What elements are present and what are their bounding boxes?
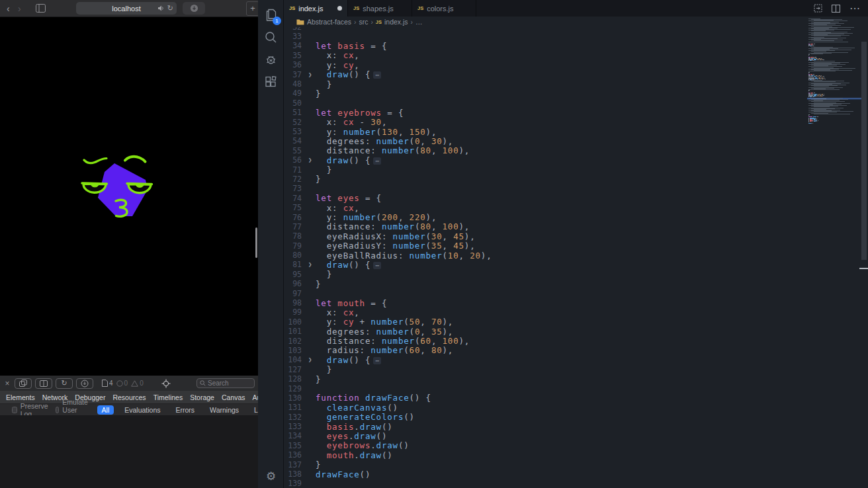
search-input[interactable]: Search [196,378,255,388]
layout-icon[interactable] [814,4,822,13]
element-picker-button[interactable] [161,379,171,388]
new-tab-button[interactable]: + [246,1,259,16]
fold-collapsed-icon[interactable]: ❯ [305,157,316,163]
explorer-icon[interactable]: 1 [258,4,284,25]
breadcrumb-segment[interactable]: src [359,18,368,26]
editor-tab-index.js[interactable]: JSindex.js [284,0,348,17]
code-line[interactable]: 128} [284,374,492,384]
breadcrumb-segment[interactable]: JSindex.js [376,18,408,26]
dock-side-button[interactable] [35,378,52,389]
more-actions-icon[interactable]: ⋯ [849,2,860,15]
code-line[interactable]: 132 generateColors() [284,413,492,422]
code-line[interactable]: 71 } [284,165,492,174]
search-icon[interactable] [258,26,284,48]
console-pane[interactable]: Console cleared at 2:58:45 AM i [WDS] Li… [0,415,258,488]
dock-window-button[interactable] [15,378,32,389]
minimap[interactable] [808,19,860,128]
code-line[interactable]: 36 y: cy, [284,60,492,69]
filter-pill-evaluations[interactable]: Evaluations [120,405,165,415]
code-line[interactable]: 101 degrees: number(0, 35), [284,327,492,336]
code-line[interactable]: 35 x: cx, [284,51,492,60]
code-line[interactable]: 50 [284,99,492,108]
inspector-tab-elements[interactable]: Elements [3,392,38,402]
downloads-button[interactable] [183,2,205,15]
code-line[interactable]: 102 distance: number(60, 100), [284,336,492,345]
code-line[interactable]: 74let eyes = { [284,194,492,203]
fold-collapsed-icon[interactable]: ❯ [305,71,316,78]
editor-tab-shapes.js[interactable]: JSshapes.js [348,0,412,17]
code-line[interactable]: 79 eyeRadiusY: number(35, 45), [284,241,492,250]
fold-collapsed-icon[interactable]: ❯ [305,356,316,363]
code-line[interactable]: 100 y: cy + number(50, 70), [284,317,492,327]
code-area[interactable]: 323334let basis = {35 x: cx,36 y: cy,37❯… [284,22,492,488]
inspector-tab-storage[interactable]: Storage [187,392,218,402]
code-line[interactable]: 130function drawFace() { [284,393,492,403]
code-line[interactable]: 98let mouth = { [284,298,492,307]
issue-count[interactable]: 0 [116,380,128,387]
debug-icon[interactable] [258,49,284,70]
code-line[interactable]: 76 y: number(200, 220), [284,212,492,222]
inspector-tab-resources[interactable]: Resources [109,392,149,402]
resource-count[interactable]: 4 [102,380,113,387]
code-line[interactable]: 96} [284,279,492,288]
code-line[interactable]: 127 } [284,365,492,374]
close-icon[interactable]: × [3,379,11,388]
download-page-button[interactable] [76,378,93,389]
code-line[interactable]: 136 mouth.draw() [284,450,492,460]
code-line[interactable]: 78 eyeRadiusX: number(30, 45), [284,231,492,241]
page-scrollbar[interactable] [255,227,257,258]
code-line[interactable]: 33 [284,32,492,41]
filter-pill-errors[interactable]: Errors [171,405,200,415]
split-editor-icon[interactable] [832,5,840,13]
filter-pill-all[interactable]: All [97,405,114,415]
code-line[interactable]: 49} [284,89,492,98]
code-line[interactable]: 37❯ draw() {⋯ [284,69,492,79]
inspector-tab-timelines[interactable]: Timelines [150,392,187,402]
face-canvas[interactable] [60,143,179,229]
manage-gear-icon[interactable]: ⚙ [258,466,284,487]
code-line[interactable]: 77 distance: number(80, 100), [284,222,492,231]
code-line[interactable]: 80 eyeBallRadius: number(10, 20), [284,251,492,260]
code-line[interactable]: 73 [284,184,492,193]
code-line[interactable]: 99 x: cx, [284,307,492,317]
editor-tab-colors.js[interactable]: JScolors.js [412,0,476,17]
back-icon[interactable]: ‹ [7,2,10,15]
breadcrumb-segment[interactable]: … [415,18,423,26]
code-line[interactable]: 52 x: cx - 30, [284,117,492,126]
code-line[interactable]: 104❯ draw() {⋯ [284,355,492,364]
editor-scrollbar[interactable] [861,42,867,260]
code-line[interactable]: 81❯ draw() {⋯ [284,260,492,269]
filter-pill-warnings[interactable]: Warnings [205,405,243,415]
code-line[interactable]: 138drawFace() [284,469,492,479]
code-line[interactable]: 48 } [284,79,492,89]
code-line[interactable]: 54 degrees: number(0, 30), [284,136,492,145]
code-line[interactable]: 129 [284,384,492,393]
code-line[interactable]: 97 [284,288,492,298]
reload-icon[interactable]: ↻ [167,4,173,13]
address-bar[interactable]: localhost ↻ [76,2,177,15]
sidebar-icon[interactable] [36,4,46,13]
code-line[interactable]: 95 } [284,270,492,279]
code-line[interactable]: 75 x: cx, [284,203,492,212]
editor-pane[interactable]: 323334let basis = {35 x: cx,36 y: cy,37❯… [284,0,868,488]
code-line[interactable]: 131 clearCanvas() [284,403,492,412]
warning-count[interactable]: 0 [131,380,144,387]
code-line[interactable]: 139 [284,479,492,488]
extensions-icon[interactable] [258,71,284,93]
code-line[interactable]: 103 radius: number(60, 80), [284,346,492,355]
inspector-tab-canvas[interactable]: Canvas [218,392,249,402]
code-line[interactable]: 56❯ draw() {⋯ [284,155,492,165]
breadcrumb-segment[interactable]: Abstract-faces [296,18,351,26]
mute-icon[interactable] [157,5,165,11]
breadcrumb[interactable]: Abstract-faces›src›JSindex.js›… [284,17,806,27]
fold-collapsed-icon[interactable]: ❯ [305,261,316,268]
code-line[interactable]: 133 basis.draw() [284,422,492,431]
forward-icon[interactable]: › [18,2,21,15]
code-line[interactable]: 51let eyebrows = { [284,108,492,117]
code-line[interactable]: 134 eyes.draw() [284,431,492,440]
code-line[interactable]: 137} [284,460,492,469]
code-line[interactable]: 55 distance: number(80, 100), [284,146,492,155]
reload-page-button[interactable]: ↻ [56,378,73,389]
code-line[interactable]: 135 eyebrows.draw() [284,441,492,450]
code-line[interactable]: 34let basis = { [284,41,492,50]
